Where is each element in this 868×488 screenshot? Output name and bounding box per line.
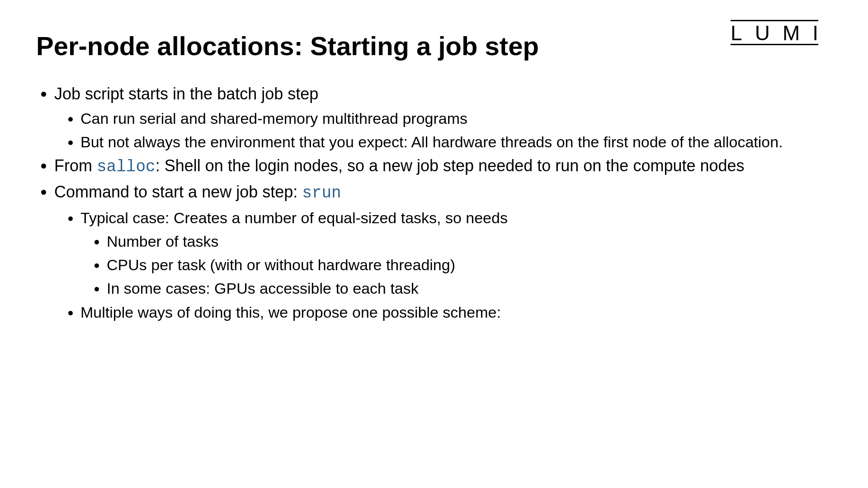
bullet-item: CPUs per task (with or without hardware … [107, 255, 832, 275]
bullet-item: Multiple ways of doing this, we propose … [80, 302, 832, 322]
bullet-item: From salloc: Shell on the login nodes, s… [54, 155, 832, 178]
bullet-item: Job script starts in the batch job step … [54, 84, 832, 152]
bullet-text: Command to start a new job step: [54, 183, 302, 201]
code-salloc: salloc [97, 158, 156, 176]
bullet-text: Can run serial and shared-memory multith… [80, 110, 467, 127]
logo-text: LUMI [731, 21, 831, 45]
bullet-item: Number of tasks [107, 231, 832, 251]
bullet-text: In some cases: GPUs accessible to each t… [107, 280, 419, 297]
bullet-text: From [54, 156, 97, 175]
logo: LUMI [730, 23, 832, 43]
bullet-text: : Shell on the login nodes, so a new job… [156, 156, 745, 175]
bullet-list: Job script starts in the batch job step … [36, 84, 832, 322]
bullet-text: CPUs per task (with or without hardware … [107, 256, 455, 273]
code-srun: srun [302, 184, 341, 202]
bullet-item: Command to start a new job step: srun Ty… [54, 182, 832, 322]
bullet-item: Typical case: Creates a number of equal-… [80, 208, 832, 299]
bullet-text: Multiple ways of doing this, we propose … [80, 304, 501, 321]
slide: LUMI Per-node allocations: Starting a jo… [0, 0, 868, 488]
bullet-item: In some cases: GPUs accessible to each t… [107, 278, 832, 298]
bullet-item: Can run serial and shared-memory multith… [80, 108, 832, 128]
bullet-item: But not always the environment that you … [80, 132, 832, 152]
slide-title: Per-node allocations: Starting a job ste… [36, 31, 832, 61]
bullet-text: Job script starts in the batch job step [54, 84, 318, 103]
bullet-text: But not always the environment that you … [80, 133, 783, 150]
bullet-text: Typical case: Creates a number of equal-… [80, 209, 508, 226]
bullet-text: Number of tasks [107, 233, 219, 250]
